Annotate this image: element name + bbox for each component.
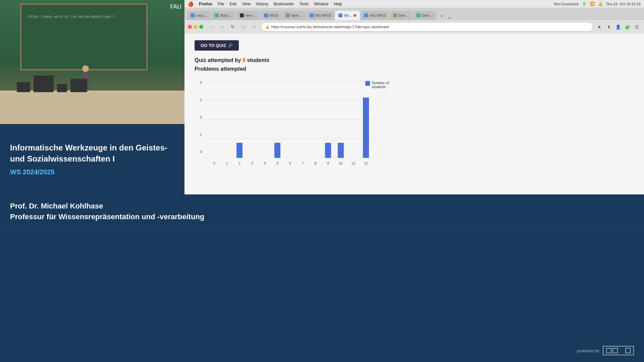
toolbar-icon-extensions[interactable]: 🧩 [624, 23, 631, 31]
browser-tab-8[interactable]: Serv… [390, 11, 412, 20]
problems-attempted-label: Problems attempted [195, 66, 634, 72]
traffic-lights [188, 25, 203, 29]
quiz-attempted-text: Quiz attempted by 8 students [195, 57, 634, 63]
bar-group-0 [211, 157, 217, 158]
x-label-4: 4 [262, 161, 268, 165]
back-button[interactable]: ← [207, 23, 215, 31]
x-label-10: 10 [338, 161, 344, 165]
rrze-square-4 [625, 348, 631, 353]
professor-title: Professur für Wissensrepräsentation und … [10, 213, 634, 221]
toolbar-icon-profile[interactable]: 👤 [614, 23, 622, 31]
browser-tab-0[interactable]: cours… [187, 11, 211, 20]
bookmark-button[interactable]: ☆ [250, 23, 258, 31]
bar-group-4 [262, 157, 268, 158]
x-label-5: 5 [274, 161, 280, 165]
tab-list-arrow-left[interactable]: ‹ [448, 15, 449, 20]
powered-by-label: powered by [577, 348, 599, 353]
reader-view-button[interactable]: 📰 [239, 23, 248, 31]
tab-add-button[interactable]: + [438, 12, 446, 20]
apple-menu-icon[interactable]: 🍎 [188, 1, 194, 7]
bar-10 [338, 143, 344, 158]
tab-favicon-0 [191, 13, 195, 17]
browser-tab-5[interactable]: FAU IWGS [306, 11, 335, 20]
bar-11 [350, 157, 356, 158]
person-head [82, 65, 89, 72]
browser-window: 🍎 Firefox File Edit View History Bookmar… [184, 0, 644, 194]
powered-by: powered by [577, 346, 634, 355]
rrze-square-2 [612, 348, 618, 353]
equipment-box-1 [17, 82, 30, 92]
x-label-12: 12 [363, 161, 369, 165]
go-to-quiz-button[interactable]: GO TO QUIZ 🔗 [195, 40, 239, 51]
chart-legend: Number ofstudents [365, 81, 389, 89]
rrze-square-3 [619, 348, 624, 353]
bar-8 [312, 157, 318, 158]
menu-help[interactable]: Help [334, 2, 342, 6]
tab-list-arrow-right[interactable]: › [450, 15, 451, 20]
menu-view[interactable]: View [242, 2, 251, 6]
bar-4 [262, 157, 268, 158]
toolbar-icon-download[interactable]: ⬇ [605, 23, 612, 31]
maximize-window-button[interactable] [199, 25, 203, 29]
browser-tab-9[interactable]: Semi… [413, 11, 436, 20]
y-label-0: 0 [200, 150, 202, 154]
browser-tab-4[interactable]: Semi… [282, 11, 306, 20]
tab-favicon-2 [240, 13, 244, 17]
course-semester: WS 2024/2025 [10, 168, 174, 176]
bars-row [205, 81, 376, 158]
slide-info-panel: Informatische Werkzeuge in den Geistes- … [0, 124, 184, 194]
menu-firefox[interactable]: Firefox [199, 2, 212, 6]
forward-button[interactable]: → [218, 23, 226, 31]
x-label-8: 8 [312, 161, 318, 165]
bottom-section: Prof. Dr. Michael Kohlhase Professur für… [0, 194, 644, 362]
left-panel: https://amos.wold-ki.fau.de/parnabat/iwg… [0, 0, 184, 194]
browser-tab-2[interactable]: new r… [236, 11, 260, 20]
menu-tools[interactable]: Tools [299, 2, 309, 6]
bar-group-3 [249, 157, 255, 158]
tab-favicon-4 [286, 13, 290, 17]
menu-history[interactable]: History [256, 2, 268, 6]
menu-edit[interactable]: Edit [229, 2, 236, 6]
bar-7 [300, 157, 306, 158]
classroom-background: https://amos.wold-ki.fau.de/parnabat/iwg… [0, 0, 184, 124]
x-label-3: 3 [249, 161, 255, 165]
tab-label-7: FAU IWGS [369, 14, 386, 17]
menu-right-items: Not Connected 🔋📶🔔 Thu 24. Oct 16:15:16 [554, 2, 641, 6]
lock-icon: 🔒 [265, 25, 269, 29]
tab-label-1: AISys… [220, 14, 232, 17]
browser-tab-6[interactable]: Voi… ✕ [335, 11, 360, 20]
bar-group-5 [274, 143, 280, 158]
address-bar[interactable]: 🔒 https://courses.voll-ki.fau.de/instruc… [261, 22, 593, 32]
reload-button[interactable]: ↻ [229, 23, 237, 31]
x-label-7: 7 [300, 161, 306, 165]
minimize-window-button[interactable] [194, 25, 198, 29]
menu-file[interactable]: File [218, 2, 224, 6]
y-label-3: 3 [200, 98, 202, 102]
tab-label-3: IWGS [269, 14, 278, 17]
video-fau-watermark: FAU [170, 3, 181, 10]
browser-tab-7[interactable]: FAU IWGS [361, 11, 389, 20]
browser-tab-3[interactable]: IWGS [261, 11, 282, 20]
bar-group-12 [363, 98, 369, 158]
rrze-square-1 [606, 348, 611, 353]
bar-group-10 [338, 143, 344, 158]
browser-tab-1[interactable]: AISys… [211, 11, 235, 20]
external-link-icon: 🔗 [228, 43, 233, 48]
chart-area: 0123456789101112 Number ofstudents [205, 77, 389, 168]
menu-bookmarks[interactable]: Bookmarks [274, 2, 294, 6]
bar-9 [325, 143, 331, 158]
bar-group-2 [236, 143, 243, 158]
menu-window[interactable]: Window [314, 2, 328, 6]
url-text[interactable]: https://courses.voll-ki.fau.de/instructo… [271, 25, 589, 29]
tab-close-6[interactable]: ✕ [353, 14, 357, 17]
network-status: Not Connected [554, 2, 578, 6]
bar-5 [274, 143, 280, 158]
tab-label-0: cours… [196, 14, 207, 17]
close-window-button[interactable] [188, 25, 192, 29]
toolbar-icon-bookmark[interactable]: ★ [596, 23, 603, 31]
toolbar-icon-menu[interactable]: ☰ [633, 23, 641, 31]
browser-toolbar: ← → ↻ 📰 ☆ 🔒 https://courses.voll-ki.fau.… [184, 20, 644, 34]
macos-menubar: 🍎 Firefox File Edit View History Bookmar… [184, 0, 644, 8]
quiz-attempted-suffix: students [247, 57, 270, 63]
equipment-box-3 [57, 84, 67, 92]
